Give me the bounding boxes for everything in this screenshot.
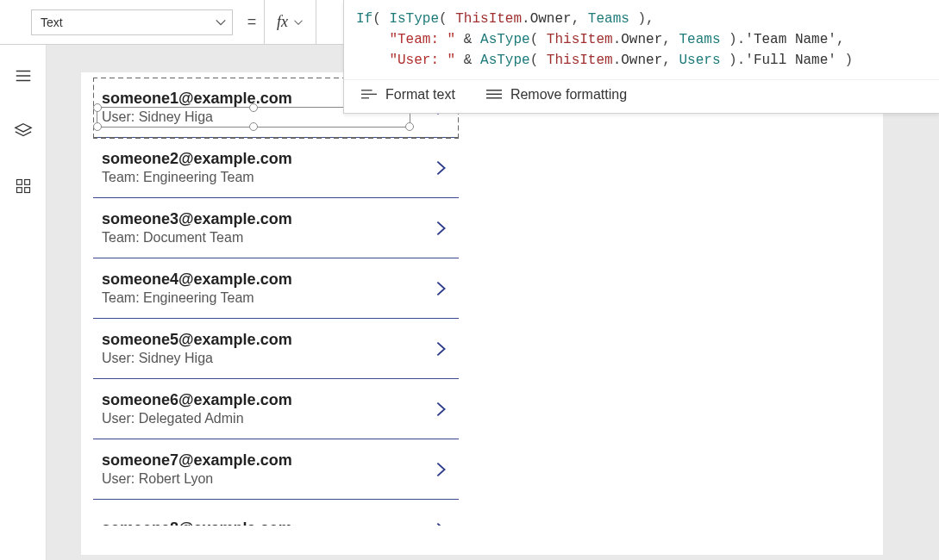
chevron-down-icon: [293, 17, 304, 28]
gallery-item-subtitle: User: Sidney Higa: [102, 351, 292, 366]
layers-icon[interactable]: [13, 121, 34, 141]
gallery-item-title: someone5@example.com: [102, 331, 292, 349]
svg-rect-10: [16, 180, 22, 185]
fx-dropdown[interactable]: fx: [264, 0, 316, 44]
svg-rect-12: [16, 188, 22, 193]
chevron-right-icon[interactable]: [431, 339, 450, 358]
format-text-icon: [361, 89, 377, 101]
gallery-item-subtitle: Team: Engineering Team: [102, 290, 292, 306]
chevron-right-icon[interactable]: [431, 219, 450, 238]
formula-toolbar: Format text Remove formatting: [344, 79, 939, 113]
formula-editor[interactable]: If( IsType( ThisItem.Owner, Teams ), "Te…: [344, 0, 939, 79]
formula-bar-left: Text = fx: [0, 0, 316, 44]
gallery-item[interactable]: someone7@example.comUser: Robert Lyon: [93, 439, 459, 500]
format-text-button[interactable]: Format text: [361, 87, 455, 103]
gallery-item[interactable]: someone5@example.comUser: Sidney Higa: [93, 319, 459, 379]
svg-rect-11: [24, 180, 29, 185]
gallery-item[interactable]: someone4@example.comTeam: Engineering Te…: [93, 258, 459, 319]
formula-panel: If( IsType( ThisItem.Owner, Teams ), "Te…: [343, 0, 939, 114]
chevron-down-icon: [215, 16, 227, 28]
gallery-item-subtitle: User: Delegated Admin: [102, 411, 292, 426]
chevron-right-icon[interactable]: [431, 520, 450, 526]
gallery[interactable]: someone1@example.comUser: Sidney Higasom…: [93, 78, 459, 526]
fx-label: fx: [277, 13, 288, 31]
gallery-item-title: someone4@example.com: [102, 271, 292, 289]
format-text-label: Format text: [385, 87, 455, 103]
gallery-item-subtitle[interactable]: User: Sidney Higa: [102, 109, 292, 125]
gallery-item-title: someone3@example.com: [102, 210, 292, 228]
gallery-item-title: someone2@example.com: [102, 150, 292, 168]
chevron-right-icon[interactable]: [431, 400, 450, 419]
remove-formatting-icon: [486, 89, 502, 101]
gallery-item[interactable]: someone3@example.comTeam: Document Team: [93, 198, 459, 258]
property-dropdown[interactable]: Text: [31, 9, 233, 35]
canvas-area[interactable]: someone1@example.comUser: Sidney Higasom…: [47, 45, 939, 560]
property-dropdown-value: Text: [41, 16, 63, 29]
gallery-item[interactable]: someone6@example.comUser: Delegated Admi…: [93, 379, 459, 439]
gallery-item-title: someone7@example.com: [102, 451, 292, 470]
gallery-item[interactable]: someone8@example.com: [93, 500, 459, 526]
remove-formatting-button[interactable]: Remove formatting: [486, 87, 627, 103]
gallery-item-title: someone8@example.com: [102, 520, 292, 526]
gallery-item-subtitle: Team: Document Team: [102, 230, 292, 246]
svg-marker-9: [15, 124, 30, 132]
remove-formatting-label: Remove formatting: [510, 87, 627, 103]
chevron-right-icon[interactable]: [431, 279, 450, 298]
gallery-item-title: someone1@example.com: [102, 90, 292, 108]
gallery-item-subtitle: User: Robert Lyon: [102, 471, 292, 487]
svg-rect-13: [24, 188, 29, 193]
hamburger-icon[interactable]: [13, 65, 34, 86]
gallery-item[interactable]: someone2@example.comTeam: Engineering Te…: [93, 138, 459, 198]
chevron-right-icon[interactable]: [431, 159, 450, 177]
screen[interactable]: someone1@example.comUser: Sidney Higasom…: [81, 72, 883, 555]
gallery-item-subtitle: Team: Engineering Team: [102, 170, 292, 185]
equals-sign: =: [240, 13, 264, 31]
components-icon[interactable]: [13, 176, 34, 196]
gallery-item-title: someone6@example.com: [102, 391, 292, 409]
chevron-right-icon[interactable]: [431, 460, 450, 479]
left-rail: [0, 45, 47, 560]
